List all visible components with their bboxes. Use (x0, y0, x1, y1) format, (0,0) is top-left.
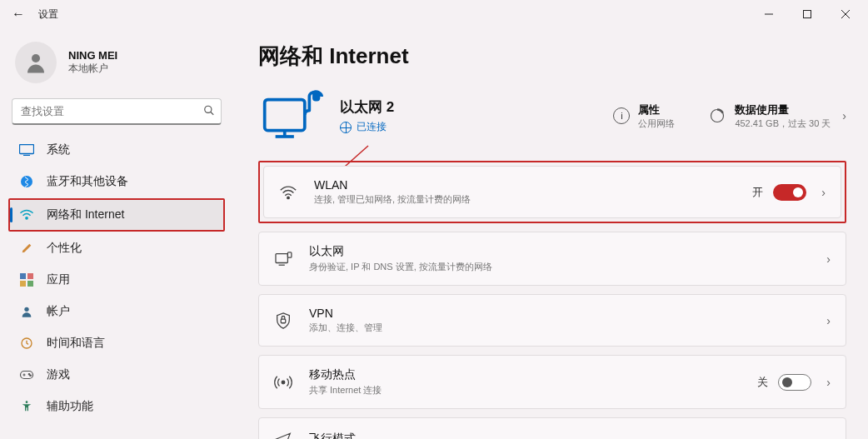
svg-rect-32 (281, 319, 286, 323)
sidebar-item-label: 辅助功能 (47, 399, 93, 414)
svg-rect-24 (312, 90, 320, 101)
svg-point-33 (282, 381, 285, 384)
sidebar: NING MEI 本地帐户 系统 蓝牙和其他设备 网络和 Inte (0, 28, 233, 439)
window-title: 设置 (38, 7, 58, 22)
avatar-icon (15, 42, 57, 83)
wlan-title: WLAN (314, 178, 471, 192)
clock-icon (18, 335, 35, 352)
user-sub: 本地帐户 (68, 62, 117, 76)
wlan-state-label: 开 (752, 185, 763, 200)
sidebar-item-label: 应用 (47, 272, 70, 287)
chevron-right-icon: › (826, 252, 831, 266)
page-title: 网络和 Internet (258, 42, 846, 71)
card-wlan[interactable]: WLAN 连接, 管理已知网络, 按流量计费的网络 开 › (263, 166, 841, 218)
sidebar-item-network[interactable]: 网络和 Internet (10, 200, 223, 230)
sidebar-item-label: 网络和 Internet (47, 207, 124, 222)
sidebar-item-accessibility[interactable]: 辅助功能 (10, 392, 223, 422)
sidebar-item-gaming[interactable]: 游戏 (10, 360, 223, 390)
svg-rect-12 (27, 273, 33, 279)
properties-sub: 公用网络 (638, 117, 675, 130)
system-icon (18, 142, 35, 158)
sidebar-item-label: 游戏 (47, 367, 70, 382)
sidebar-item-label: 个性化 (47, 241, 82, 256)
ethernet-title: 以太网 (309, 244, 492, 259)
svg-rect-21 (265, 100, 305, 131)
svg-rect-11 (20, 273, 26, 279)
apps-icon (18, 272, 35, 288)
search-input[interactable] (12, 98, 222, 125)
vpn-sub: 添加、连接、管理 (309, 322, 382, 334)
svg-rect-31 (287, 252, 292, 257)
svg-rect-7 (20, 145, 34, 154)
user-block[interactable]: NING MEI 本地帐户 (10, 33, 223, 98)
svg-point-4 (32, 54, 40, 62)
data-usage-block[interactable]: 数据使用量 452.41 GB，过去 30 天 › (708, 102, 846, 130)
search-icon (203, 105, 215, 119)
globe-icon (340, 122, 352, 133)
sidebar-item-time-language[interactable]: 时间和语言 (10, 328, 223, 358)
annotation-highlight-wlan: WLAN 连接, 管理已知网络, 按流量计费的网络 开 › (258, 161, 846, 223)
network-illustration-icon (258, 86, 327, 146)
svg-line-6 (211, 112, 214, 115)
hotspot-sub: 共享 Internet 连接 (309, 384, 382, 397)
sidebar-item-personalization[interactable]: 个性化 (10, 233, 223, 263)
chevron-right-icon: › (826, 314, 831, 327)
title-bar: ← 设置 (0, 0, 868, 28)
svg-rect-14 (27, 281, 33, 287)
hotspot-icon (274, 373, 292, 392)
main-panel: 网络和 Internet 以太网 2 已连接 i (233, 28, 868, 439)
card-vpn[interactable]: VPN 添加、连接、管理 › (258, 294, 846, 347)
shield-icon (274, 312, 292, 330)
svg-point-15 (24, 307, 28, 312)
vpn-title: VPN (309, 307, 382, 320)
sidebar-item-label: 蓝牙和其他设备 (47, 174, 128, 189)
hotspot-title: 移动热点 (309, 367, 382, 382)
svg-point-18 (28, 374, 30, 376)
svg-point-20 (26, 401, 28, 403)
svg-rect-1 (804, 11, 811, 18)
sidebar-item-system[interactable]: 系统 (10, 135, 223, 165)
airplane-icon (274, 430, 292, 439)
data-usage-title: 数据使用量 (735, 102, 831, 117)
svg-point-19 (30, 375, 32, 377)
chevron-right-icon: › (826, 376, 831, 389)
close-button[interactable] (826, 0, 865, 28)
sidebar-item-apps[interactable]: 应用 (10, 265, 223, 295)
sidebar-item-bluetooth[interactable]: 蓝牙和其他设备 (10, 167, 223, 197)
wlan-toggle[interactable] (773, 184, 806, 201)
hotspot-toggle[interactable] (778, 374, 811, 391)
airplane-title: 飞行模式 (309, 432, 356, 439)
wifi-icon (279, 183, 297, 202)
svg-rect-13 (20, 281, 26, 287)
chevron-right-icon: › (821, 186, 826, 199)
connection-status: 已连接 (340, 120, 394, 134)
ethernet-sub: 身份验证, IP 和 DNS 设置, 按流量计费的网络 (309, 261, 492, 273)
card-airplane[interactable]: 飞行模式 (258, 417, 846, 439)
back-button[interactable]: ← (3, 0, 33, 28)
accessibility-icon (18, 398, 35, 415)
svg-rect-29 (276, 253, 287, 262)
gaming-icon (18, 367, 35, 383)
svg-point-5 (205, 106, 212, 112)
sidebar-item-accounts[interactable]: 帐户 (10, 297, 223, 327)
sidebar-item-label: 时间和语言 (47, 336, 105, 351)
user-name: NING MEI (68, 49, 117, 62)
data-usage-sub: 452.41 GB，过去 30 天 (735, 117, 831, 130)
hotspot-state-label: 关 (757, 375, 768, 390)
annotation-highlight-sidebar: 网络和 Internet (8, 198, 225, 232)
ethernet-icon (274, 250, 292, 268)
wifi-icon (18, 207, 35, 223)
maximize-button[interactable] (788, 0, 826, 28)
wlan-sub: 连接, 管理已知网络, 按流量计费的网络 (314, 193, 471, 206)
card-hotspot[interactable]: 移动热点 共享 Internet 连接 关 › (258, 355, 846, 409)
svg-point-28 (287, 197, 289, 198)
minimize-button[interactable] (750, 0, 788, 28)
properties-block[interactable]: i 属性 公用网络 (613, 102, 675, 130)
svg-point-10 (26, 217, 27, 219)
sidebar-item-label: 帐户 (47, 304, 70, 319)
sidebar-item-label: 系统 (47, 142, 70, 157)
brush-icon (18, 240, 35, 257)
info-icon: i (613, 107, 630, 124)
chevron-right-icon: › (842, 109, 846, 122)
card-ethernet[interactable]: 以太网 身份验证, IP 和 DNS 设置, 按流量计费的网络 › (258, 232, 846, 286)
